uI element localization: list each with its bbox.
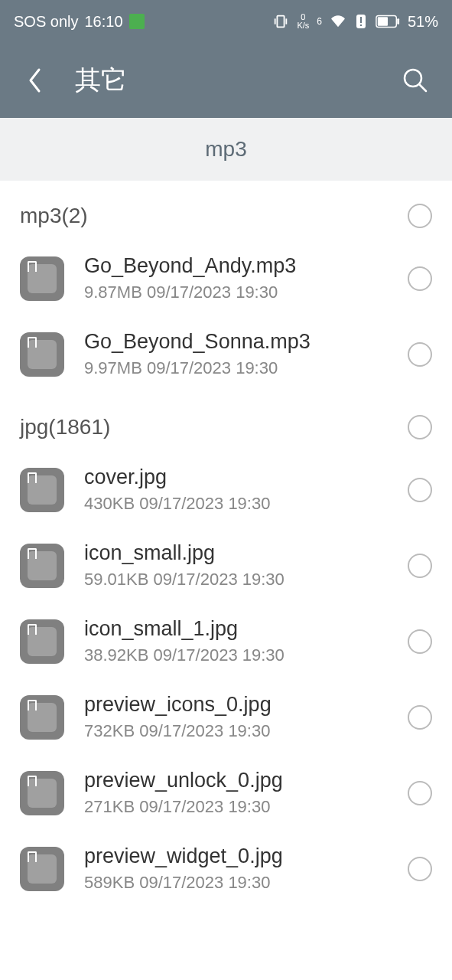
network-speed: 0 K/s xyxy=(297,13,309,30)
file-info: icon_small_1.jpg 38.92KB 09/17/2023 19:3… xyxy=(84,617,408,665)
file-name: preview_unlock_0.jpg xyxy=(84,769,408,792)
file-icon xyxy=(20,256,64,301)
file-checkbox[interactable] xyxy=(408,266,432,291)
file-item[interactable]: cover.jpg 430KB 09/17/2023 19:30 xyxy=(0,452,452,528)
file-name: preview_icons_0.jpg xyxy=(84,693,408,717)
file-item[interactable]: icon_small_1.jpg 38.92KB 09/17/2023 19:3… xyxy=(0,603,452,679)
page-title: 其它 xyxy=(75,63,400,98)
file-icon xyxy=(20,468,64,512)
file-item[interactable]: preview_unlock_0.jpg 271KB 09/17/2023 19… xyxy=(0,755,452,831)
tab-mp3[interactable]: mp3 xyxy=(205,137,246,162)
chevron-left-icon xyxy=(27,67,44,94)
file-info: Go_Beyond_Sonna.mp3 9.97MB 09/17/2023 19… xyxy=(84,330,408,378)
file-meta: 589KB 09/17/2023 19:30 xyxy=(84,873,408,893)
file-name: Go_Beyond_Andy.mp3 xyxy=(84,254,408,278)
file-checkbox[interactable] xyxy=(408,705,432,730)
section-header-jpg[interactable]: jpg(1861) xyxy=(0,392,452,452)
file-meta: 271KB 09/17/2023 19:30 xyxy=(84,797,408,817)
file-name: cover.jpg xyxy=(84,466,408,489)
tab-bar: mp3 xyxy=(0,118,452,181)
app-header: 其它 xyxy=(0,43,452,118)
file-meta: 9.87MB 09/17/2023 19:30 xyxy=(84,283,408,302)
wifi-icon xyxy=(330,15,346,28)
file-info: preview_icons_0.jpg 732KB 09/17/2023 19:… xyxy=(84,693,408,741)
file-meta: 9.97MB 09/17/2023 19:30 xyxy=(84,358,408,378)
section-title: jpg(1861) xyxy=(20,415,408,439)
svg-rect-4 xyxy=(360,17,362,23)
app-notification-icon xyxy=(129,14,145,29)
file-item[interactable]: Go_Beyond_Sonna.mp3 9.97MB 09/17/2023 19… xyxy=(0,316,452,392)
file-item[interactable]: Go_Beyond_Andy.mp3 9.87MB 09/17/2023 19:… xyxy=(0,240,452,316)
svg-rect-0 xyxy=(278,16,285,28)
file-meta: 38.92KB 09/17/2023 19:30 xyxy=(84,645,408,665)
file-icon xyxy=(20,847,64,891)
file-icon xyxy=(20,544,64,588)
battery-percent: 51% xyxy=(408,13,438,31)
search-icon xyxy=(402,67,429,94)
status-right: 0 K/s 6 51% xyxy=(272,13,438,31)
file-icon xyxy=(20,771,64,815)
file-info: cover.jpg 430KB 09/17/2023 19:30 xyxy=(84,466,408,514)
file-meta: 59.01KB 09/17/2023 19:30 xyxy=(84,570,408,590)
file-checkbox[interactable] xyxy=(408,478,432,502)
section-title: mp3(2) xyxy=(20,204,408,228)
battery-icon xyxy=(376,15,400,28)
file-info: preview_widget_0.jpg 589KB 09/17/2023 19… xyxy=(84,844,408,893)
file-item[interactable]: preview_icons_0.jpg 732KB 09/17/2023 19:… xyxy=(0,679,452,755)
section-checkbox[interactable] xyxy=(408,415,432,439)
file-list: mp3(2) Go_Beyond_Andy.mp3 9.87MB 09/17/2… xyxy=(0,181,452,906)
section-header-mp3[interactable]: mp3(2) xyxy=(0,181,452,240)
back-button[interactable] xyxy=(21,67,49,94)
svg-rect-8 xyxy=(397,18,399,24)
svg-line-10 xyxy=(420,85,426,91)
file-info: Go_Beyond_Andy.mp3 9.87MB 09/17/2023 19:… xyxy=(84,254,408,302)
file-icon xyxy=(20,332,64,377)
file-name: icon_small.jpg xyxy=(84,541,408,565)
svg-point-9 xyxy=(405,70,421,87)
file-icon xyxy=(20,695,64,740)
file-checkbox[interactable] xyxy=(408,781,432,805)
file-checkbox[interactable] xyxy=(408,629,432,654)
file-name: preview_widget_0.jpg xyxy=(84,844,408,868)
file-meta: 430KB 09/17/2023 19:30 xyxy=(84,494,408,514)
file-meta: 732KB 09/17/2023 19:30 xyxy=(84,721,408,741)
file-checkbox[interactable] xyxy=(408,554,432,578)
status-time: 16:10 xyxy=(84,13,122,31)
file-name: icon_small_1.jpg xyxy=(84,617,408,641)
vibrate-icon xyxy=(272,13,289,30)
section-checkbox[interactable] xyxy=(408,204,432,228)
svg-rect-5 xyxy=(360,24,362,26)
svg-rect-7 xyxy=(378,17,388,25)
file-info: icon_small.jpg 59.01KB 09/17/2023 19:30 xyxy=(84,541,408,590)
status-left: SOS only 16:10 xyxy=(14,13,145,31)
network-status: SOS only xyxy=(14,13,78,31)
file-name: Go_Beyond_Sonna.mp3 xyxy=(84,330,408,354)
file-icon xyxy=(20,619,64,664)
search-button[interactable] xyxy=(400,65,431,96)
warning-icon xyxy=(354,13,368,30)
file-item[interactable]: icon_small.jpg 59.01KB 09/17/2023 19:30 xyxy=(0,528,452,603)
file-info: preview_unlock_0.jpg 271KB 09/17/2023 19… xyxy=(84,769,408,817)
signal-count: 6 xyxy=(317,16,322,27)
file-checkbox[interactable] xyxy=(408,342,432,367)
file-item[interactable]: preview_widget_0.jpg 589KB 09/17/2023 19… xyxy=(0,831,452,906)
status-bar: SOS only 16:10 0 K/s 6 xyxy=(0,0,452,43)
file-checkbox[interactable] xyxy=(408,857,432,881)
